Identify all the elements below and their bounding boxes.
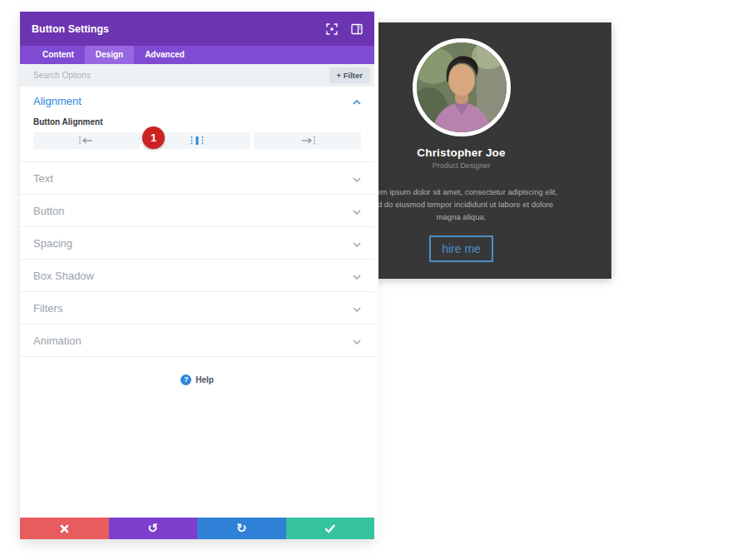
chevron-down-icon [353,300,361,315]
tab-content[interactable]: Content [32,46,85,64]
button-settings-modal: Button Settings Content Design Advanced … [20,12,374,539]
section-text[interactable]: Text [20,162,374,195]
search-options-input[interactable] [33,71,329,80]
align-right-icon [298,136,318,146]
alignment-section: Alignment Button Alignment [20,87,374,162]
modal-titlebar: Button Settings [20,12,374,46]
chevron-down-icon [353,203,361,218]
redo-icon: ↻ [236,523,247,535]
x-icon [58,523,71,535]
avatar-photo-illustration [417,42,507,132]
chevron-down-icon [353,171,361,186]
align-left-icon [77,136,96,146]
align-left-button[interactable] [33,132,141,149]
button-alignment-options: 1 [33,132,361,149]
hire-me-button[interactable]: hire me [429,235,493,262]
alignment-section-header[interactable]: Alignment [33,93,361,108]
alignment-section-title: Alignment [33,95,82,107]
chevron-down-icon [353,333,361,348]
redo-button[interactable]: ↻ [197,518,286,539]
settings-content: Alignment Button Alignment [20,87,374,518]
avatar [413,38,511,136]
dock-panel-icon[interactable] [351,23,363,35]
chevron-down-icon [353,268,361,283]
check-icon [324,523,336,535]
section-filters[interactable]: Filters [20,292,374,325]
help-row: ? Help [20,357,374,385]
section-spacing[interactable]: Spacing [20,227,374,260]
help-icon: ? [181,374,191,385]
modal-tabbar: Content Design Advanced [20,46,374,64]
section-button[interactable]: Button [20,195,374,227]
section-box-shadow[interactable]: Box Shadow [20,260,374,292]
search-options-bar: + Filter [20,64,374,87]
filter-button[interactable]: + Filter [329,67,370,83]
tab-design[interactable]: Design [85,46,134,64]
undo-icon: ↺ [147,523,158,535]
align-center-icon [187,136,207,146]
step-badge: 1 [142,126,165,149]
undo-button[interactable]: ↺ [109,518,198,539]
discard-button[interactable] [20,518,109,539]
save-button[interactable] [286,518,375,539]
section-animation[interactable]: Animation [20,325,374,357]
chevron-up-icon [353,93,361,108]
button-alignment-label: Button Alignment [33,117,361,126]
align-right-button[interactable] [254,132,361,149]
tab-advanced[interactable]: Advanced [134,46,195,64]
modal-title: Button Settings [32,23,313,35]
chevron-down-icon [353,235,361,250]
help-link[interactable]: ? Help [181,374,214,385]
modal-footer: ↺ ↻ [20,518,374,539]
expand-modal-icon[interactable] [326,23,338,35]
